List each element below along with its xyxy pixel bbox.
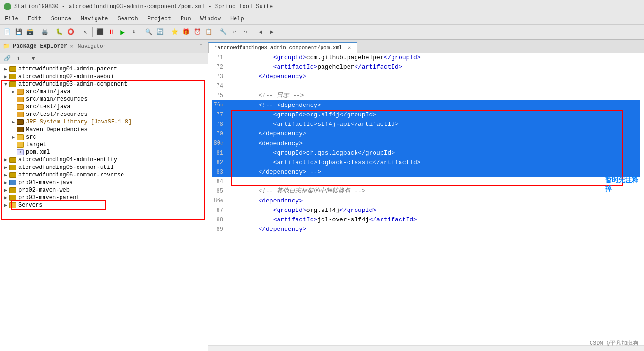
tb-pick-btn[interactable]: 🔧 — [218, 27, 228, 37]
line-num-74: 74 — [212, 81, 229, 91]
tb-sep4 — [92, 27, 93, 37]
tree-arrow: ▶ — [2, 180, 9, 185]
tb-arrow-btn[interactable]: ⬇ — [129, 27, 139, 37]
tb-gift-btn[interactable]: 🎁 — [181, 27, 191, 37]
tree-label: src/test/resources — [26, 111, 87, 118]
tb-circle-btn[interactable]: ⭕ — [65, 27, 76, 37]
tree-item-item-09[interactable]: Maven Dependencies — [0, 126, 208, 133]
tb-clock-btn[interactable]: ⏰ — [192, 27, 202, 37]
tb-refresh-btn[interactable]: 🔄 — [155, 27, 165, 37]
tree-arrow: ▶ — [9, 119, 17, 125]
line-code-85: <!-- 其他日志框架的中间转换包 --> — [229, 186, 366, 196]
line-code-75: <!-- 日志 --> — [229, 91, 304, 100]
right-panel: *atcrowdfunding03-admin-component/pom.xm… — [208, 40, 644, 351]
tree-item-item-16[interactable]: ▶ pro02-maven-web — [0, 186, 208, 194]
tree-item-item-13[interactable]: ▶ atcrowdfunding05-common-util — [0, 164, 208, 171]
tb-cursor-btn[interactable]: ↖ — [80, 27, 90, 37]
tb-new-btn[interactable]: 📄 — [2, 27, 12, 37]
bottom-scrollbar[interactable] — [208, 345, 644, 351]
tb-copy-btn[interactable]: 📋 — [203, 27, 214, 37]
tree-label: atcrowdfunding05-common-util — [18, 164, 114, 171]
tb-search2-btn[interactable]: 🔍 — [143, 27, 154, 37]
maximize-icon[interactable]: □ — [197, 43, 205, 50]
panel-tb-link[interactable]: 🔗 — [2, 53, 12, 64]
tree-item-item-17[interactable]: ▶ pro03-maven-parent — [0, 194, 208, 202]
tree-item-item-07[interactable]: src/test/resources — [0, 111, 208, 118]
tree-icon-jre — [17, 119, 24, 125]
tb-sep6 — [167, 27, 167, 37]
line-num-77: 77 — [212, 110, 229, 120]
tree-item-item-14[interactable]: ▶ atcrowdfunding06-common-reverse — [0, 171, 208, 179]
tb-redo-btn[interactable]: ↪ — [241, 27, 251, 37]
menu-navigate[interactable]: Navigate — [76, 15, 113, 23]
tree-arrow: ▶ — [2, 172, 9, 178]
tree-item-item-01[interactable]: ▶ atcrowdfunding01-admin-parent — [0, 65, 208, 73]
menu-source[interactable]: Source — [46, 15, 76, 23]
tree-item-item-11[interactable]: target — [0, 141, 208, 149]
tree-item-item-10[interactable]: ▶ src — [0, 133, 208, 141]
spring-icon — [4, 3, 11, 10]
tree-item-item-12[interactable]: ▶ atcrowdfunding04-admin-entity — [0, 156, 208, 164]
tb-debug-btn[interactable]: 🐛 — [54, 27, 64, 37]
tb-undo-btn[interactable]: ↩ — [229, 27, 240, 37]
tree-item-item-03[interactable]: ▼ atcrowdfunding03-admin-component — [0, 80, 208, 88]
line-num-72: 72 — [212, 62, 229, 72]
menu-window[interactable]: Window — [196, 15, 226, 23]
tb-stop-btn[interactable]: ⏸ — [106, 27, 116, 37]
editor-tab-pom[interactable]: *atcrowdfunding03-admin-component/pom.xm… — [208, 42, 357, 53]
tree-item-item-pom[interactable]: X pom.xml — [0, 149, 208, 156]
line-num-86: 86⊖ — [212, 196, 229, 206]
tree-item-item-02[interactable]: ▶ atcrowdfunding02-admin-webui — [0, 73, 208, 80]
line-code-71: <groupId>com.github.pagehelper</groupId> — [229, 53, 421, 62]
panel-tb-filter[interactable]: ▼ — [28, 53, 38, 64]
code-line-86: 86⊖ <dependency> — [212, 196, 640, 206]
menu-search[interactable]: Search — [113, 15, 142, 23]
tree-arrow: ▶ — [2, 195, 9, 201]
tree-item-item-18[interactable]: ▶ Servers — [0, 202, 208, 209]
tree-item-item-08[interactable]: ▶ JRE System Library [JavaSE-1.8] — [0, 118, 208, 126]
tb-print-btn[interactable]: 🖨️ — [39, 27, 50, 37]
tree-label: src — [26, 134, 36, 140]
code-line-75: 75 <!-- 日志 --> — [212, 91, 640, 100]
tb-star-btn[interactable]: ⭐ — [169, 27, 180, 37]
tree-label: atcrowdfunding02-admin-webui — [18, 73, 114, 80]
tree-icon-folder — [17, 142, 24, 148]
line-num-73: 73 — [212, 72, 229, 81]
menu-help[interactable]: Help — [226, 15, 249, 23]
tree-arrow: ▶ — [9, 89, 17, 95]
code-line-83: 83 </dependency> --> — [212, 167, 640, 177]
code-line-89: 89 </dependency> — [212, 225, 640, 234]
tree-arrow: ▶ — [9, 134, 17, 140]
tree-area[interactable]: ▶ atcrowdfunding01-admin-parent ▶ atcrow… — [0, 64, 208, 351]
tree-label: pro03-maven-parent — [18, 194, 80, 201]
menu-project[interactable]: Project — [143, 15, 176, 23]
tb-fwd-btn[interactable]: ▶ — [267, 27, 277, 37]
code-line-80: 80⊖ <dependency> — [212, 139, 640, 149]
tree-item-item-05[interactable]: src/main/resources — [0, 96, 208, 103]
tree-item-item-15[interactable]: ▶ pro01-maven-java — [0, 179, 208, 186]
tb-back-btn[interactable]: ◀ — [255, 27, 266, 37]
menu-run[interactable]: Run — [176, 15, 196, 23]
tab-close-btn[interactable]: ✕ — [348, 45, 351, 51]
code-content[interactable]: 71 <groupId>com.github.pagehelper</group… — [208, 53, 644, 345]
tree-item-item-04[interactable]: ▶ src/main/java — [0, 88, 208, 96]
tb-run-btn[interactable]: ▶ — [117, 27, 128, 37]
panel-tb-collapse[interactable]: ⬆ — [13, 53, 24, 64]
tree-item-item-06[interactable]: src/test/java — [0, 103, 208, 111]
line-code-77: <groupId>org.slf4j</groupId> — [229, 110, 376, 120]
menu-edit[interactable]: Edit — [23, 15, 46, 23]
tb-prev-btn[interactable]: ⬛ — [95, 27, 105, 37]
navigator-tab[interactable]: Navigator — [76, 44, 108, 49]
tb-save-btn[interactable]: 💾 — [13, 27, 24, 37]
line-num-75: 75 — [212, 91, 229, 100]
tb-sep5 — [141, 27, 141, 37]
tb-save-all-btn[interactable]: 🗃️ — [25, 27, 35, 37]
code-line-82: 82 <artifactId>logback-classic</artifact… — [212, 158, 640, 167]
panel-toolbar: 🔗 ⬆ ▼ — [0, 53, 208, 64]
tree-label: pro02-maven-web — [18, 187, 70, 193]
collapse-icon[interactable]: — — [189, 43, 196, 50]
line-code-81: <groupId>ch.qos.logback</groupId> — [229, 149, 395, 158]
panel-sep1 — [26, 54, 26, 63]
menu-file[interactable]: File — [0, 15, 23, 23]
tree-arrow: ▼ — [2, 82, 9, 87]
